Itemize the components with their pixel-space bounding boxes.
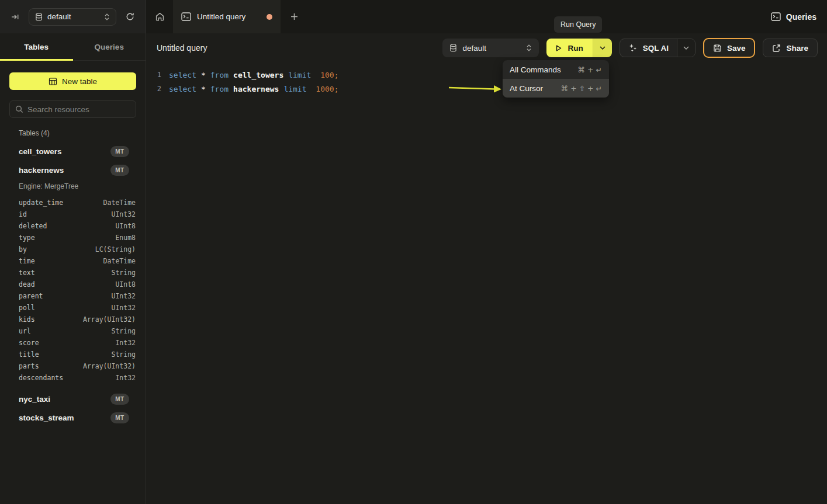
sql-table-name: hackernews bbox=[233, 85, 279, 93]
console-icon bbox=[181, 12, 191, 21]
column-name: title bbox=[19, 350, 39, 359]
run-options-button[interactable] bbox=[593, 39, 612, 57]
column-type: Array(UInt32) bbox=[83, 315, 136, 324]
database-selector-value: default bbox=[47, 12, 99, 21]
home-button[interactable] bbox=[146, 0, 173, 33]
engine-label: Engine: MergeTree bbox=[9, 179, 136, 193]
column-name: descendants bbox=[19, 374, 63, 382]
column-name: score bbox=[19, 339, 39, 347]
column-name: by bbox=[19, 245, 27, 253]
sql-ai-button[interactable]: SQL AI bbox=[620, 39, 677, 57]
column-type: UInt32 bbox=[111, 292, 136, 300]
column-row: descendantsInt32 bbox=[19, 372, 136, 384]
table-row-cell-towers[interactable]: cell_towers MT bbox=[9, 142, 136, 161]
top-bar: default Untitled query bbox=[0, 0, 827, 33]
sql-console-app: default Untitled query bbox=[0, 0, 827, 504]
new-table-button[interactable]: New table bbox=[9, 72, 136, 90]
sql-editor[interactable]: 1 select*fromcell_towerslimit 100; 2 sel… bbox=[146, 62, 827, 504]
code-tokens: select*fromhackernewslimit 1000; bbox=[169, 85, 339, 93]
save-button-label: Save bbox=[727, 44, 746, 53]
queries-button-label: Queries bbox=[786, 12, 816, 22]
database-icon bbox=[35, 13, 43, 21]
table-name: cell_towers bbox=[19, 147, 62, 156]
column-row: idUInt32 bbox=[19, 208, 136, 220]
sidebar-tab-tables[interactable]: Tables bbox=[0, 33, 73, 60]
engine-badge: MT bbox=[110, 146, 129, 157]
share-button[interactable]: Share bbox=[763, 39, 818, 57]
save-button[interactable]: Save bbox=[703, 38, 756, 58]
column-name: dead bbox=[19, 280, 35, 289]
column-row: urlString bbox=[19, 325, 136, 337]
database-selector-toolbar[interactable]: default bbox=[442, 39, 539, 57]
sql-number: 100 bbox=[320, 71, 334, 79]
sidebar: Tables Queries New table bbox=[0, 33, 146, 504]
run-options-menu: All Commands ⌘ + ↵ At Cursor ⌘ + ⇧ + ↵ bbox=[503, 60, 609, 98]
sql-keyword: limit bbox=[283, 85, 306, 93]
queries-button[interactable]: Queries bbox=[771, 0, 816, 33]
sidebar-content: New table Tables (4) cell_towers MT h bbox=[0, 61, 146, 427]
menu-item-label: At Cursor bbox=[510, 84, 543, 93]
code-line-1: 1 select*fromcell_towerslimit 100; bbox=[146, 68, 827, 82]
engine-badge: MT bbox=[110, 394, 129, 405]
play-icon bbox=[555, 44, 562, 52]
column-name: type bbox=[19, 234, 35, 242]
chevron-updown-icon bbox=[104, 13, 110, 21]
home-icon bbox=[155, 12, 165, 22]
column-row: deletedUInt8 bbox=[19, 220, 136, 232]
topbar-left: default bbox=[0, 0, 146, 33]
tab-strip: Untitled query Queries bbox=[146, 0, 827, 33]
database-selector-topbar[interactable]: default bbox=[29, 8, 116, 26]
engine-badge: MT bbox=[110, 165, 129, 176]
sql-number: 1000 bbox=[316, 85, 334, 93]
column-type: UInt8 bbox=[115, 222, 136, 230]
menu-item-all-commands[interactable]: All Commands ⌘ + ↵ bbox=[503, 60, 609, 79]
sql-ai-split-button: SQL AI bbox=[620, 39, 695, 57]
sidebar-tab-queries[interactable]: Queries bbox=[73, 33, 146, 60]
table-row-hackernews[interactable]: hackernews MT bbox=[9, 161, 136, 179]
table-row-stocks-stream[interactable]: stocks_stream MT bbox=[9, 408, 136, 427]
chevron-down-icon bbox=[600, 46, 605, 50]
database-icon bbox=[449, 44, 457, 52]
table-icon bbox=[49, 77, 57, 86]
code-tokens: select*fromcell_towerslimit 100; bbox=[169, 71, 338, 79]
search-input[interactable] bbox=[27, 105, 131, 114]
run-split-button: Run bbox=[546, 39, 611, 57]
plus-icon bbox=[290, 12, 299, 21]
collapse-sidebar-icon bbox=[11, 12, 20, 22]
unsaved-changes-dot bbox=[267, 14, 272, 20]
tab-untitled-query[interactable]: Untitled query bbox=[173, 0, 281, 33]
column-row: byLC(String) bbox=[19, 244, 136, 255]
refresh-button[interactable] bbox=[123, 9, 137, 24]
table-name: stocks_stream bbox=[19, 413, 74, 422]
console-icon bbox=[771, 12, 781, 21]
sql-table-name: cell_towers bbox=[233, 71, 283, 79]
table-name: hackernews bbox=[19, 166, 64, 175]
column-type: UInt32 bbox=[111, 210, 136, 218]
run-button[interactable]: Run bbox=[546, 39, 592, 57]
column-name: id bbox=[19, 210, 27, 218]
chevron-down-icon bbox=[683, 46, 689, 50]
refresh-icon bbox=[125, 12, 135, 22]
column-name: deleted bbox=[19, 222, 47, 230]
collapse-sidebar-button[interactable] bbox=[8, 10, 22, 24]
column-row: scoreInt32 bbox=[19, 337, 136, 349]
sql-ai-options-button[interactable] bbox=[677, 39, 695, 57]
column-name: parent bbox=[19, 292, 43, 300]
menu-item-label: All Commands bbox=[510, 65, 561, 74]
sql-star: * bbox=[201, 85, 206, 93]
column-name: text bbox=[19, 269, 35, 277]
sidebar-tab-queries-label: Queries bbox=[95, 43, 124, 51]
table-name: nyc_taxi bbox=[19, 395, 50, 404]
column-row: kidsArray(UInt32) bbox=[19, 314, 136, 325]
new-tab-button[interactable] bbox=[281, 0, 307, 33]
sql-keyword: from bbox=[210, 71, 229, 79]
line-number: 2 bbox=[146, 85, 161, 93]
table-row-nyc-taxi[interactable]: nyc_taxi MT bbox=[9, 390, 136, 408]
sql-star: * bbox=[201, 71, 206, 79]
column-name: kids bbox=[19, 315, 35, 324]
sql-keyword: select bbox=[169, 71, 196, 79]
columns-list: update_timeDateTime idUInt32 deletedUInt… bbox=[9, 193, 136, 390]
menu-item-shortcut: ⌘ + ↵ bbox=[578, 65, 602, 74]
menu-item-at-cursor[interactable]: At Cursor ⌘ + ⇧ + ↵ bbox=[503, 79, 609, 98]
column-name: url bbox=[19, 327, 31, 335]
